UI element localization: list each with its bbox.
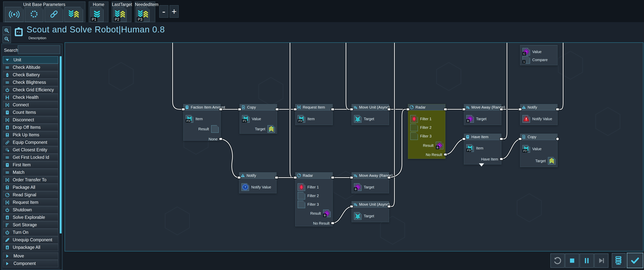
parameter-card[interactable]: P2 <box>114 7 126 22</box>
slot-filter-3[interactable] <box>410 132 418 140</box>
node-notify[interactable]: Notify?Notify Value <box>239 172 276 193</box>
schematic-button[interactable] <box>612 253 626 268</box>
node-move-unit-async-[interactable]: Move Unit (Async)Target <box>352 201 389 222</box>
slot-filter-3[interactable] <box>298 201 305 208</box>
sidebar-item-read-signal[interactable]: Read Signal <box>3 191 58 199</box>
sidebar-item-connect[interactable]: Connect <box>3 101 58 108</box>
sidebar-item-solve-explorable[interactable]: Solve Explorable <box>3 214 58 221</box>
remove-parameter-button[interactable]: - <box>159 5 168 18</box>
sidebar-scrollbar-thumb[interactable] <box>60 56 62 233</box>
sidebar-item-check-blightness[interactable]: Check Blightness <box>3 79 58 86</box>
undo-button[interactable] <box>550 253 564 268</box>
node-clipped[interactable]: CValue1Compare <box>520 45 558 65</box>
node-drag-handle[interactable]: ?Faction Item Amount <box>184 104 220 110</box>
slot-notify-value[interactable] <box>522 115 530 123</box>
slot-value[interactable]: P2 <box>522 145 530 153</box>
node-drag-handle[interactable]: Copy <box>240 104 277 110</box>
parameter-card[interactable] <box>64 7 83 22</box>
slot-item[interactable]: P3 <box>298 115 305 123</box>
node-faction-item-amount[interactable]: ?Faction Item AmountP3ItemResultNone <box>183 104 221 141</box>
node-copy[interactable]: CopyP1ValueTarget <box>240 104 277 134</box>
parameter-card[interactable] <box>5 7 24 22</box>
node-drag-handle[interactable]: Radar <box>408 104 445 110</box>
magnifier-plus-icon[interactable] <box>2 27 11 35</box>
sidebar-item-drop-off-items[interactable]: Drop Off Items <box>3 124 58 131</box>
slot-item[interactable]: P3 <box>466 144 474 152</box>
slot-item[interactable]: P3 <box>186 115 193 123</box>
parameter-card[interactable]: P3 <box>136 7 150 22</box>
sidebar-item-disconnect[interactable]: Disconnect <box>3 116 58 123</box>
slot-target[interactable]: B <box>466 115 474 123</box>
sidebar-item-unit[interactable]: Unit <box>3 56 58 64</box>
node-drag-handle[interactable]: Request Item <box>296 104 332 110</box>
sidebar-item-check-altitude[interactable]: Check Altitude <box>3 64 58 71</box>
sidebar-item-pick-up-items[interactable]: Pick Up Items <box>3 131 58 139</box>
node-request-item[interactable]: Request ItemP3Item <box>295 104 333 125</box>
slot-target[interactable] <box>548 157 556 165</box>
sidebar-item-get-closest-entity[interactable]: Get Closest Entity <box>3 146 58 154</box>
stop-button[interactable] <box>565 253 579 268</box>
node-radar[interactable]: RadarFilter 1Filter 2Filter 3BResultNo R… <box>295 172 333 226</box>
node-canvas[interactable]: ?Faction Item AmountP3ItemResultNoneCopy… <box>64 42 644 251</box>
node-notify[interactable]: NotifyNotify Value <box>520 104 558 125</box>
slot-notify-value[interactable]: ? <box>242 183 249 191</box>
sidebar-item-match[interactable]: Match <box>3 169 58 176</box>
pause-button[interactable] <box>580 253 594 268</box>
node-drag-handle[interactable]: Move Unit (Async) <box>352 201 389 208</box>
slot-target[interactable] <box>354 115 362 123</box>
node-move-away-range-[interactable]: Move Away (Range)BTarget <box>464 104 501 125</box>
node-drag-handle[interactable]: Move Unit (Async) <box>352 104 389 110</box>
slot-result[interactable]: B <box>436 142 443 149</box>
description-label[interactable]: Description <box>28 36 46 40</box>
node-move-away-range-[interactable]: Move Away (Range)BTarget <box>352 172 389 193</box>
parameter-card[interactable] <box>44 7 63 22</box>
slot-result[interactable] <box>211 125 219 133</box>
node-have-item[interactable]: ?Have ItemP3ItemHave Item <box>464 134 501 165</box>
slot-target[interactable] <box>268 125 275 133</box>
node-drag-handle[interactable]: Notify <box>239 173 276 179</box>
sidebar-item-check-grid-efficiency[interactable]: Check Grid Efficiency <box>3 86 58 94</box>
slot-target[interactable] <box>354 212 362 220</box>
sidebar-item-sort-storage[interactable]: Sort Storage <box>3 221 58 229</box>
slot-value[interactable]: P1 <box>242 115 250 123</box>
node-drag-handle[interactable]: Notify <box>520 104 557 110</box>
sidebar-item-component[interactable]: Component <box>3 260 58 267</box>
slot-filter-2[interactable] <box>410 124 418 131</box>
step-button[interactable] <box>594 253 608 268</box>
magnifier-minus-icon[interactable] <box>2 35 11 43</box>
sidebar-item-order-transfer-to[interactable]: Order Transfer To <box>3 176 58 184</box>
sidebar-item-equip-component[interactable]: Equip Component <box>3 139 58 146</box>
parameter-card[interactable]: P1 <box>90 7 104 22</box>
node-radar[interactable]: RadarFilter 1Filter 2Filter 3BResultNo R… <box>408 104 445 159</box>
slot-target[interactable]: B <box>354 183 362 191</box>
page-title[interactable]: Scout and Solve Robot|Human 0.8 <box>26 24 165 35</box>
node-drag-handle[interactable]: Copy <box>520 134 557 140</box>
search-input[interactable] <box>18 45 60 54</box>
slot-result[interactable]: B <box>323 210 330 217</box>
parameter-card[interactable] <box>25 7 44 22</box>
node-move-unit-async-[interactable]: Move Unit (Async)Target <box>352 104 389 125</box>
sidebar-item-first-item[interactable]: ?First Item <box>3 161 58 169</box>
sidebar-item-turn-on[interactable]: Turn On <box>3 229 58 236</box>
slot-filter-2[interactable] <box>298 192 305 200</box>
sidebar-item-get-first-locked-id[interactable]: Get First Locked Id <box>3 154 58 161</box>
slot-value[interactable]: C <box>522 48 530 56</box>
sidebar-item-unequip-component[interactable]: Unequip Component <box>3 236 58 243</box>
add-parameter-button[interactable]: + <box>170 5 178 18</box>
node-copy[interactable]: CopyP2ValueTarget <box>520 134 558 167</box>
sidebar-item-count-items[interactable]: ?Count Items <box>3 109 58 116</box>
slot-compare[interactable]: 1 <box>522 56 530 64</box>
sidebar-item-request-item[interactable]: Request Item <box>3 199 58 206</box>
sidebar-item-shutdown[interactable]: Shutdown <box>3 206 58 214</box>
node-drag-handle[interactable]: ?Have Item <box>464 134 501 140</box>
sidebar-item-check-battery[interactable]: Check Battery <box>3 71 58 79</box>
node-drag-handle[interactable]: Radar <box>296 173 332 179</box>
confirm-check-button[interactable] <box>627 253 643 268</box>
node-drag-handle[interactable]: Move Away (Range) <box>352 173 389 179</box>
slot-filter-1[interactable] <box>410 115 418 123</box>
sidebar-item-check-health[interactable]: Check Health <box>3 94 58 101</box>
node-expand-button[interactable] <box>479 163 484 167</box>
node-drag-handle[interactable]: Move Away (Range) <box>464 104 501 110</box>
sidebar-item-unpackage-all[interactable]: Unpackage All <box>3 244 58 251</box>
sidebar-item-move[interactable]: Move <box>3 252 58 260</box>
